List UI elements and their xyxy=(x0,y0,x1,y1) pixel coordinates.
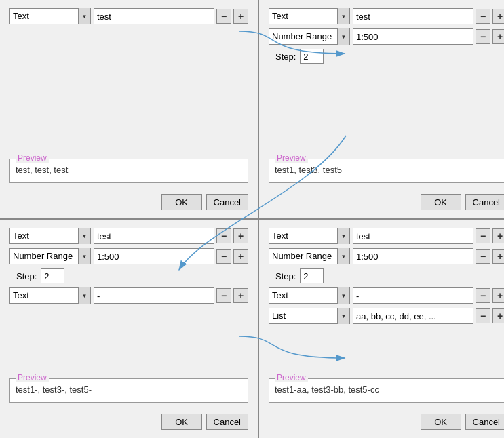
tr-plus-btn-2[interactable]: + xyxy=(492,29,504,44)
bl-type-dropdown-1[interactable]: Text xyxy=(9,228,91,244)
br-plus-btn-4[interactable]: + xyxy=(492,308,504,323)
br-minus-btn-3[interactable]: − xyxy=(476,288,490,303)
button-row-br: OK Cancel xyxy=(269,414,504,430)
tr-dropdown-label-1: Text xyxy=(269,8,337,24)
bl-type-dropdown-3[interactable]: Text xyxy=(9,287,91,304)
cancel-btn-br[interactable]: Cancel xyxy=(465,414,504,430)
br-dropdown-label-4: List xyxy=(269,308,337,324)
br-text-input-2[interactable] xyxy=(353,248,473,264)
ok-btn-bl[interactable]: OK xyxy=(161,414,202,430)
preview-label-bl: Preview xyxy=(16,373,49,382)
plus-btn-1[interactable]: + xyxy=(233,9,248,24)
tr-minus-btn-2[interactable]: − xyxy=(476,29,490,44)
tr-row-2: Number Range − + xyxy=(269,28,504,45)
button-row-tl: OK Cancel xyxy=(9,194,248,210)
br-row-3: Text − + xyxy=(269,287,504,304)
br-row-2: Number Range − + xyxy=(269,248,504,264)
preview-text-bl: test1-, test3-, test5- xyxy=(16,383,242,395)
bl-type-dropdown-2[interactable]: Number Range xyxy=(9,248,91,264)
br-dropdown-arrow-3[interactable] xyxy=(337,287,349,304)
panel-top-right: Text − + Number Range − + Step: Preview … xyxy=(259,0,504,218)
bl-text-input-2[interactable] xyxy=(94,248,214,264)
tr-step-input[interactable] xyxy=(300,49,324,64)
bl-row-1: Text − + xyxy=(9,228,248,244)
tr-type-dropdown-2[interactable]: Number Range xyxy=(269,28,350,45)
br-minus-btn-2[interactable]: − xyxy=(476,249,490,264)
bl-dropdown-label-2: Number Range xyxy=(10,248,78,264)
ok-btn-br[interactable]: OK xyxy=(421,414,461,430)
bl-text-input-3[interactable] xyxy=(94,287,214,304)
bl-dropdown-label-1: Text xyxy=(10,228,78,244)
bl-step-label: Step: xyxy=(16,271,37,281)
br-type-dropdown-4[interactable]: List xyxy=(269,308,350,324)
br-plus-btn-3[interactable]: + xyxy=(492,288,504,303)
br-row-1: Text − + xyxy=(269,228,504,244)
tr-text-input-2[interactable] xyxy=(353,28,473,45)
preview-text-tl: test, test, test xyxy=(16,163,242,175)
cancel-btn-bl[interactable]: Cancel xyxy=(206,414,248,430)
row-1: Text − + xyxy=(9,8,248,24)
tr-dropdown-label-2: Number Range xyxy=(269,28,337,45)
bl-row-3: Text − + xyxy=(9,287,248,304)
type-dropdown-1[interactable]: Text xyxy=(9,8,91,24)
preview-box-tl: Preview test, test, test xyxy=(9,159,248,183)
br-dropdown-arrow-1[interactable] xyxy=(337,228,349,244)
bl-dropdown-arrow-3[interactable] xyxy=(78,287,90,304)
text-input-1[interactable] xyxy=(94,8,214,24)
br-type-dropdown-2[interactable]: Number Range xyxy=(269,248,350,264)
dropdown-arrow-1[interactable] xyxy=(78,8,90,24)
br-dropdown-label-2: Number Range xyxy=(269,248,337,264)
bl-minus-btn-3[interactable]: − xyxy=(216,288,231,303)
bl-plus-btn-1[interactable]: + xyxy=(233,228,248,243)
button-row-tr: OK Cancel xyxy=(269,194,504,210)
br-plus-btn-2[interactable]: + xyxy=(492,249,504,264)
tr-plus-btn-1[interactable]: + xyxy=(492,9,504,24)
br-step-input[interactable] xyxy=(300,268,324,283)
br-text-input-1[interactable] xyxy=(353,228,473,244)
preview-label-tr: Preview xyxy=(275,153,308,163)
dropdown-label-1: Text xyxy=(10,8,78,24)
tr-dropdown-arrow-2[interactable] xyxy=(337,28,349,45)
tr-dropdown-arrow-1[interactable] xyxy=(337,8,349,24)
br-type-dropdown-1[interactable]: Text xyxy=(269,228,350,244)
br-type-dropdown-3[interactable]: Text xyxy=(269,287,350,304)
tr-type-dropdown-1[interactable]: Text xyxy=(269,8,350,24)
br-row-4: List − + xyxy=(269,308,504,324)
preview-label-tl: Preview xyxy=(16,153,49,163)
tr-step-label: Step: xyxy=(275,52,296,62)
tr-minus-btn-1[interactable]: − xyxy=(476,9,490,24)
preview-box-br: Preview test1-aa, test3-bb, test5-cc xyxy=(269,378,504,403)
bl-row-2: Number Range − + xyxy=(9,248,248,264)
br-minus-btn-1[interactable]: − xyxy=(476,228,490,243)
panel-bottom-right: Text − + Number Range − + Step: Text xyxy=(259,220,504,438)
panel-bottom-left: Text − + Number Range − + Step: Text xyxy=(0,220,258,438)
bl-plus-btn-2[interactable]: + xyxy=(233,249,248,264)
preview-text-br: test1-aa, test3-bb, test5-cc xyxy=(275,383,501,395)
bl-text-input-1[interactable] xyxy=(94,228,214,244)
bl-plus-btn-3[interactable]: + xyxy=(233,288,248,303)
cancel-btn-tr[interactable]: Cancel xyxy=(465,194,504,210)
bl-step-input[interactable] xyxy=(41,268,64,283)
preview-label-br: Preview xyxy=(275,373,308,382)
bl-dropdown-arrow-1[interactable] xyxy=(78,228,90,244)
br-step-label: Step: xyxy=(275,271,296,281)
br-dropdown-arrow-2[interactable] xyxy=(337,248,349,264)
bl-dropdown-label-3: Text xyxy=(10,287,78,304)
bl-dropdown-arrow-2[interactable] xyxy=(78,248,90,264)
br-dropdown-label-1: Text xyxy=(269,228,337,244)
cancel-btn-tl[interactable]: Cancel xyxy=(206,194,248,210)
minus-btn-1[interactable]: − xyxy=(216,9,231,24)
main-grid: Text − + Preview test, test, test OK Can… xyxy=(0,0,504,438)
tr-text-input-1[interactable] xyxy=(353,8,473,24)
preview-box-tr: Preview test1, test3, test5 xyxy=(269,159,504,183)
bl-minus-btn-2[interactable]: − xyxy=(216,249,231,264)
ok-btn-tl[interactable]: OK xyxy=(161,194,202,210)
tr-step-row: Step: xyxy=(269,49,504,64)
bl-minus-btn-1[interactable]: − xyxy=(216,228,231,243)
ok-btn-tr[interactable]: OK xyxy=(421,194,461,210)
br-text-input-4[interactable] xyxy=(353,308,473,324)
br-dropdown-arrow-4[interactable] xyxy=(337,308,349,324)
br-minus-btn-4[interactable]: − xyxy=(476,308,490,323)
br-text-input-3[interactable] xyxy=(353,287,473,304)
br-plus-btn-1[interactable]: + xyxy=(492,228,504,243)
